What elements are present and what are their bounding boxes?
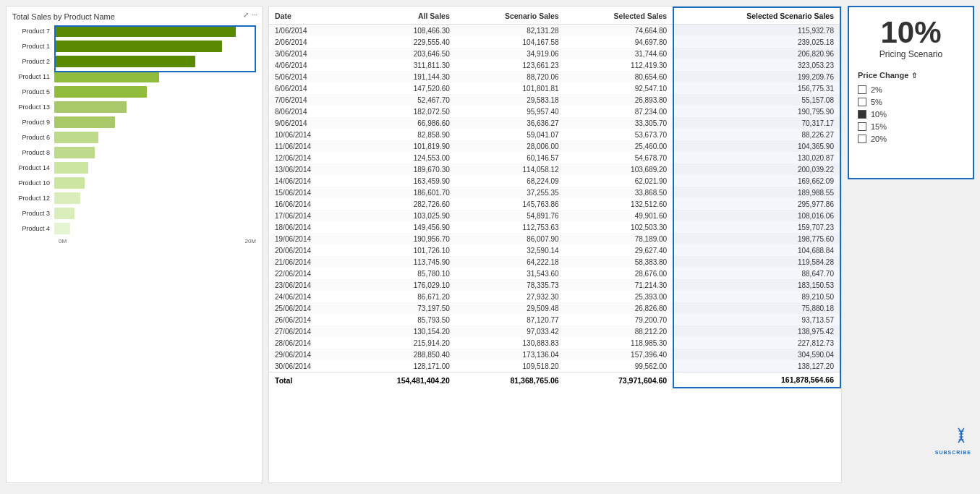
table-cell-10-4: 104,365.90 [673, 140, 840, 152]
table-cell-11-4: 130,020.87 [673, 152, 840, 163]
bar-row[interactable]: Product 13 [12, 101, 256, 113]
expand-icon[interactable]: ⤢ [243, 11, 249, 19]
bar-fill [54, 86, 147, 98]
table-cell-5-1: 147,520.60 [349, 82, 456, 94]
table-cell-1-4: 239,025.18 [673, 36, 840, 48]
bar-row[interactable]: Product 7 [12, 25, 256, 37]
table-cell-19-3: 29,627.40 [565, 244, 674, 256]
total-cell-0: Total [269, 372, 349, 388]
table-row: 6/06/2014147,520.60101,801.8192,547.1015… [269, 82, 840, 94]
table-cell-23-4: 89,210.50 [673, 291, 840, 302]
table-cell-8-4: 70,317.17 [673, 117, 840, 129]
table-row: 7/06/201452,467.7029,583.1826,893.8055,1… [269, 94, 840, 106]
table-cell-1-2: 104,167.58 [456, 36, 565, 48]
table-cell-10-0: 11/06/2014 [269, 140, 349, 152]
bar-row[interactable]: Product 4 [12, 223, 256, 234]
bar-row[interactable]: Product 2 [12, 56, 256, 67]
col-header-3[interactable]: Selected Sales [565, 7, 674, 25]
bar-fill [54, 71, 159, 82]
table-cell-22-3: 71,214.30 [565, 279, 674, 291]
bar-row[interactable]: Product 10 [12, 177, 256, 189]
col-header-1[interactable]: All Sales [349, 7, 456, 25]
price-option-0[interactable]: 2% [858, 85, 964, 94]
table-cell-4-1: 191,144.30 [349, 71, 456, 82]
table-row: 3/06/2014203,646.5034,919.0631,744.60206… [269, 48, 840, 59]
table-cell-23-1: 86,671.20 [349, 291, 456, 302]
sort-icon[interactable]: ⇧ [911, 72, 917, 80]
bar-row[interactable]: Product 1 [12, 41, 256, 52]
table-cell-21-3: 28,676.00 [565, 268, 674, 279]
bar-row[interactable]: Product 12 [12, 192, 256, 204]
col-header-4[interactable]: Selected Scenario Sales [673, 7, 840, 25]
table-cell-12-3: 103,689.20 [565, 163, 674, 175]
table-cell-3-4: 323,053.23 [673, 59, 840, 71]
table-cell-4-2: 88,720.06 [456, 71, 565, 82]
sales-table: DateAll SalesScenario SalesSelected Sale… [269, 7, 841, 388]
col-header-2[interactable]: Scenario Sales [456, 7, 565, 25]
table-cell-6-0: 7/06/2014 [269, 94, 349, 106]
table-cell-29-1: 128,171.00 [349, 360, 456, 372]
price-checkbox-0[interactable] [858, 85, 866, 94]
table-cell-9-2: 59,041.07 [456, 129, 565, 140]
table-cell-9-0: 10/06/2014 [269, 129, 349, 140]
total-cell-2: 81,368,765.06 [456, 372, 565, 388]
table-cell-7-2: 95,957.40 [456, 106, 565, 117]
bar-label: Product 13 [12, 103, 54, 111]
bar-row[interactable]: Product 6 [12, 132, 256, 143]
table-row: 8/06/2014182,072.5095,957.4087,234.00190… [269, 106, 840, 117]
bar-row[interactable]: Product 14 [12, 162, 256, 174]
table-cell-0-4: 115,932.78 [673, 25, 840, 37]
table-cell-2-0: 3/06/2014 [269, 48, 349, 59]
price-checkbox-3[interactable] [858, 122, 866, 131]
table-cell-24-1: 73,197.50 [349, 302, 456, 314]
table-cell-26-4: 138,975.42 [673, 325, 840, 337]
bar-container [54, 132, 256, 143]
chart-toolbar: ⤢ ··· [243, 11, 257, 19]
price-option-label-2: 10% [871, 110, 887, 119]
price-checkbox-2[interactable] [858, 110, 866, 119]
table-cell-29-0: 30/06/2014 [269, 360, 349, 372]
bar-fill [54, 177, 85, 189]
table-cell-2-4: 206,820.96 [673, 48, 840, 59]
price-option-4[interactable]: 20% [858, 135, 964, 143]
bar-row[interactable]: Product 9 [12, 116, 256, 128]
bar-row[interactable]: Product 8 [12, 147, 256, 158]
price-option-2[interactable]: 10% [858, 110, 964, 119]
table-cell-24-0: 25/06/2014 [269, 302, 349, 314]
more-icon[interactable]: ··· [252, 11, 257, 19]
price-option-label-3: 15% [871, 122, 887, 131]
table-cell-27-2: 130,883.83 [456, 337, 565, 349]
bar-row[interactable]: Product 5 [12, 86, 256, 98]
bar-row[interactable]: Product 3 [12, 208, 256, 219]
table-row: 22/06/201485,780.1031,543.6028,676.0088,… [269, 268, 840, 279]
table-cell-20-3: 58,383.80 [565, 256, 674, 268]
bar-container [54, 101, 256, 113]
table-cell-13-3: 62,021.90 [565, 175, 674, 187]
table-cell-4-4: 199,209.76 [673, 71, 840, 82]
table-cell-12-1: 189,670.30 [349, 163, 456, 175]
table-cell-18-3: 78,189.00 [565, 233, 674, 244]
subscribe-text[interactable]: SUBSCRIBE [848, 450, 971, 455]
table-cell-1-1: 229,555.40 [349, 36, 456, 48]
bar-container [54, 223, 256, 234]
price-option-3[interactable]: 15% [858, 122, 964, 131]
price-checkbox-1[interactable] [858, 98, 866, 106]
table-cell-5-4: 156,775.31 [673, 82, 840, 94]
table-cell-28-3: 157,396.40 [565, 349, 674, 360]
price-option-label-0: 2% [871, 85, 882, 94]
bar-row[interactable]: Product 11 [12, 71, 256, 82]
table-row: 15/06/2014186,601.7037,255.3533,868.5018… [269, 187, 840, 198]
table-cell-5-3: 92,547.10 [565, 82, 674, 94]
bar-fill [54, 25, 236, 37]
table-cell-24-3: 26,826.80 [565, 302, 674, 314]
table-cell-16-0: 17/06/2014 [269, 210, 349, 221]
table-cell-25-0: 26/06/2014 [269, 314, 349, 325]
bar-fill [54, 192, 80, 204]
col-header-0[interactable]: Date [269, 7, 349, 25]
price-option-1[interactable]: 5% [858, 98, 964, 106]
bar-container [54, 208, 256, 219]
table-cell-18-0: 19/06/2014 [269, 233, 349, 244]
price-checkbox-4[interactable] [858, 135, 866, 143]
table-cell-9-4: 88,226.27 [673, 129, 840, 140]
table-cell-3-1: 311,811.30 [349, 59, 456, 71]
